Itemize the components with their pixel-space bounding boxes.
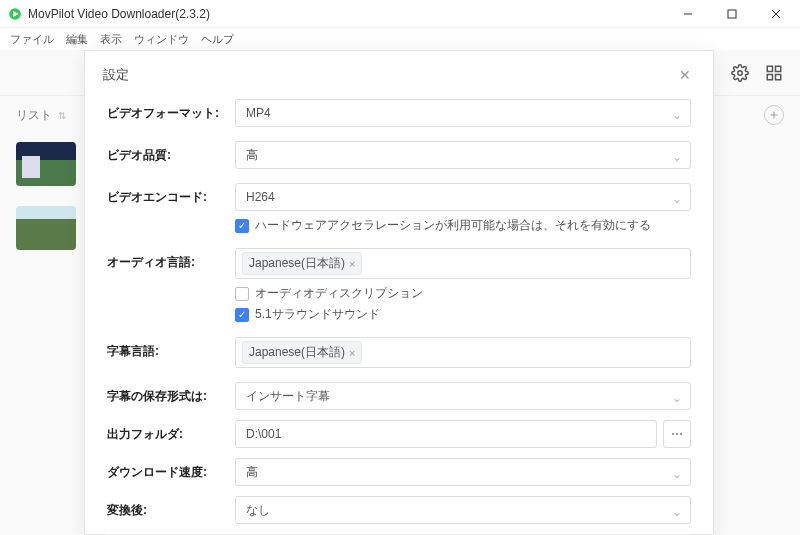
checkbox-hw-accel[interactable]: ✓ ハードウェアアクセラレーションが利用可能な場合は、それを有効にする	[235, 217, 691, 234]
settings-modal: 設定 ✕ ビデオフォーマット: MP4 ⌄ ビデオ品質: 高 ⌄	[84, 50, 714, 535]
checkbox-audio-description-label: オーディオディスクリプション	[255, 285, 423, 302]
minimize-button[interactable]	[666, 0, 710, 28]
checkbox-surround-label: 5.1サラウンドサウンド	[255, 306, 380, 323]
tag-subtitle-lang[interactable]: Japanese(日本語) ×	[242, 341, 362, 364]
chevron-down-icon: ⌄	[672, 505, 682, 519]
select-subtitle-save-value: インサート字幕	[246, 388, 330, 405]
label-after-convert: 変換後:	[107, 496, 235, 519]
chevron-down-icon: ⌄	[672, 150, 682, 164]
modal-close-icon[interactable]: ✕	[675, 63, 695, 87]
checkbox-surround[interactable]: ✓ 5.1サラウンドサウンド	[235, 306, 691, 323]
label-audio-lang: オーディオ言語:	[107, 248, 235, 271]
label-video-encode: ビデオエンコード:	[107, 183, 235, 206]
grid-view-icon[interactable]	[764, 63, 784, 83]
list-label: リスト	[16, 107, 52, 124]
menu-edit[interactable]: 編集	[64, 30, 90, 49]
label-video-format: ビデオフォーマット:	[107, 99, 235, 122]
select-video-encode[interactable]: H264 ⌄	[235, 183, 691, 211]
checkbox-hw-accel-label: ハードウェアアクセラレーションが利用可能な場合は、それを有効にする	[255, 217, 651, 234]
title-bar: MovPilot Video Downloader(2.3.2)	[0, 0, 800, 28]
input-subtitle-lang[interactable]: Japanese(日本語) ×	[235, 337, 691, 368]
list-item[interactable]	[16, 142, 76, 186]
menu-help[interactable]: ヘルプ	[199, 30, 236, 49]
chevron-down-icon: ⌄	[672, 108, 682, 122]
chevron-down-icon: ⌄	[672, 467, 682, 481]
menu-view[interactable]: 表示	[98, 30, 124, 49]
chevron-down-icon: ⌄	[672, 192, 682, 206]
select-after-convert-value: なし	[246, 502, 270, 519]
select-video-format[interactable]: MP4 ⌄	[235, 99, 691, 127]
svg-point-6	[738, 70, 743, 75]
close-button[interactable]	[754, 0, 798, 28]
svg-rect-3	[728, 10, 736, 18]
select-download-speed[interactable]: 高 ⌄	[235, 458, 691, 486]
tag-remove-icon[interactable]: ×	[349, 258, 355, 270]
menu-window[interactable]: ウィンドウ	[132, 30, 191, 49]
menu-file[interactable]: ファイル	[8, 30, 56, 49]
app-logo-icon	[8, 7, 22, 21]
settings-icon[interactable]	[730, 63, 750, 83]
svg-rect-7	[767, 66, 772, 71]
input-output-folder-value: D:\001	[246, 427, 281, 441]
tag-audio-lang-text: Japanese(日本語)	[249, 255, 345, 272]
select-video-quality-value: 高	[246, 147, 258, 164]
label-download-speed: ダウンロード速度:	[107, 458, 235, 481]
select-after-convert[interactable]: なし ⌄	[235, 496, 691, 524]
browse-folder-button[interactable]: ⋯	[663, 420, 691, 448]
svg-rect-8	[776, 66, 781, 71]
select-subtitle-save[interactable]: インサート字幕 ⌄	[235, 382, 691, 410]
select-video-encode-value: H264	[246, 190, 275, 204]
checkbox-icon: ✓	[235, 308, 249, 322]
window-title: MovPilot Video Downloader(2.3.2)	[28, 7, 210, 21]
select-video-format-value: MP4	[246, 106, 271, 120]
input-audio-lang[interactable]: Japanese(日本語) ×	[235, 248, 691, 279]
label-subtitle-save: 字幕の保存形式は:	[107, 382, 235, 405]
select-download-speed-value: 高	[246, 464, 258, 481]
checkbox-icon	[235, 287, 249, 301]
chevron-down-icon: ⌄	[672, 391, 682, 405]
checkbox-icon: ✓	[235, 219, 249, 233]
tag-audio-lang[interactable]: Japanese(日本語) ×	[242, 252, 362, 275]
label-output-folder: 出力フォルダ:	[107, 420, 235, 443]
select-video-quality[interactable]: 高 ⌄	[235, 141, 691, 169]
svg-rect-10	[776, 74, 781, 79]
menu-bar: ファイル 編集 表示 ウィンドウ ヘルプ	[0, 28, 800, 50]
tag-remove-icon[interactable]: ×	[349, 347, 355, 359]
svg-rect-9	[767, 74, 772, 79]
label-subtitle-lang: 字幕言語:	[107, 337, 235, 360]
add-round-button[interactable]	[764, 105, 784, 125]
sort-icon[interactable]: ⇅	[58, 110, 66, 121]
tag-subtitle-lang-text: Japanese(日本語)	[249, 344, 345, 361]
list-item[interactable]	[16, 206, 76, 250]
label-video-quality: ビデオ品質:	[107, 141, 235, 164]
modal-title: 設定	[103, 66, 129, 84]
checkbox-audio-description[interactable]: オーディオディスクリプション	[235, 285, 691, 302]
maximize-button[interactable]	[710, 0, 754, 28]
input-output-folder[interactable]: D:\001	[235, 420, 657, 448]
app-body: リスト ⇅ 設定 ✕ ビデオフォーマット: MP4 ⌄	[0, 50, 800, 535]
